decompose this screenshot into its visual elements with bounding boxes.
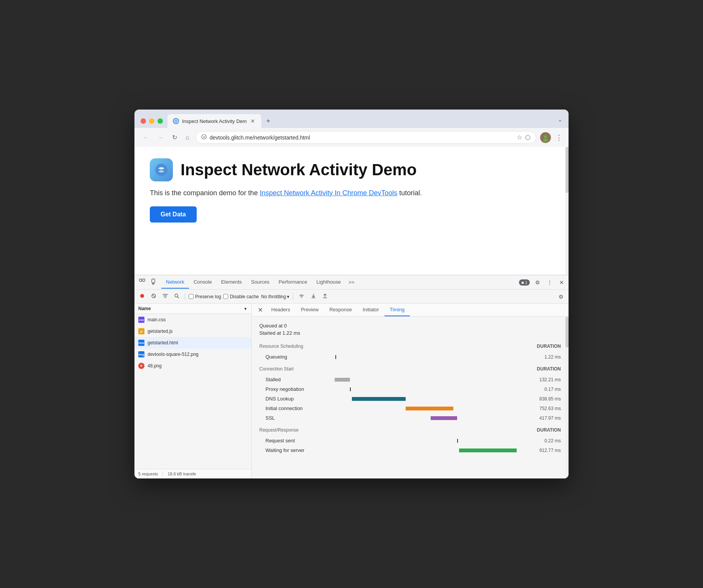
timing-row: Waiting for server 912.77 ms (259, 445, 561, 455)
home-button[interactable]: ⌂ (183, 133, 192, 143)
network-toolbar-right: ⚙ (557, 292, 565, 301)
section-duration-label: DURATION (537, 366, 561, 372)
section-header: Resource Scheduling DURATION (259, 342, 561, 350)
started-at-text: Started at 1.22 ms (259, 330, 561, 336)
section-title: Resource Scheduling (259, 344, 303, 349)
requests-count: 5 requests (138, 472, 163, 476)
tab-lighthouse[interactable]: Lighthouse (312, 276, 346, 289)
tab-sources[interactable]: Sources (247, 276, 274, 289)
timing-scrollbar[interactable] (565, 317, 569, 478)
address-bar-input[interactable]: devtools.glitch.me/network/getstarted.ht… (196, 131, 536, 144)
url-display: devtools.glitch.me/network/getstarted.ht… (210, 135, 514, 141)
preserve-log-label: Preserve log (195, 294, 221, 299)
inspect-element-button[interactable] (138, 277, 147, 287)
preserve-log-input[interactable] (189, 294, 194, 299)
extensions-icon[interactable]: ⬡ (525, 134, 531, 141)
devtools-close-button[interactable]: ✕ (558, 278, 565, 287)
network-settings-button[interactable]: ⚙ (557, 292, 565, 301)
tick-mark (350, 387, 351, 391)
devtools-link[interactable]: Inspect Network Activity In Chrome DevTo… (260, 189, 397, 197)
back-button[interactable]: ← (141, 133, 151, 143)
wifi-conditions-button[interactable] (297, 292, 307, 301)
svg-rect-9 (139, 279, 142, 281)
list-item[interactable]: js getstarted.js (134, 326, 251, 337)
tab-chevron-icon[interactable]: ⌄ (558, 116, 562, 123)
file-list-header: Name ▼ (134, 304, 251, 314)
bar-area (335, 448, 526, 453)
section-duration-label: DURATION (537, 344, 561, 349)
browser-menu-button[interactable]: ⋮ (555, 133, 562, 142)
maximize-traffic-light[interactable] (158, 118, 163, 124)
tab-close-button[interactable]: ✕ (250, 117, 256, 125)
more-tabs-button[interactable]: >> (345, 278, 357, 287)
ssl-bar (431, 416, 458, 420)
row-label: Queueing (265, 354, 335, 360)
device-toolbar-button[interactable] (149, 277, 158, 287)
row-duration: 912.77 ms (526, 448, 561, 453)
page-title: Inspect Network Activity Demo (181, 161, 417, 179)
file-name: main.css (148, 317, 166, 322)
tab-network[interactable]: Network (161, 276, 189, 289)
tab-timing[interactable]: Timing (385, 304, 410, 316)
new-tab-button[interactable]: + (263, 116, 274, 126)
close-traffic-light[interactable] (141, 118, 146, 124)
tab-initiator[interactable]: Initiator (357, 304, 385, 316)
address-bar: ← → ↻ ⌂ devtools.glitch.me/network/getst… (134, 128, 569, 147)
disable-cache-checkbox[interactable]: Disable cache (223, 294, 259, 299)
get-data-button[interactable]: Get Data (150, 206, 197, 223)
toolbar-divider (185, 293, 185, 300)
devtools-settings-button[interactable]: ⚙ (534, 278, 542, 287)
forward-button[interactable]: → (155, 133, 166, 143)
profile-avatar[interactable] (540, 132, 551, 143)
tab-title: Inspect Network Activity Dem (182, 118, 247, 124)
export-button[interactable] (320, 292, 330, 301)
tab-console[interactable]: Console (189, 276, 217, 289)
stalled-bar (335, 378, 350, 382)
svg-point-8 (155, 164, 167, 176)
timing-panel: ✕ Headers Preview Response Initiator Tim… (252, 304, 569, 478)
devtools-tabs-bar: Network Console Elements Sources Perform… (134, 275, 569, 290)
disable-cache-input[interactable] (223, 294, 228, 299)
disable-cache-label: Disable cache (230, 294, 259, 299)
timing-info: Queued at 0 Started at 1.22 ms (259, 323, 561, 336)
tab-response[interactable]: Response (324, 304, 357, 316)
subtitle-post: tutorial. (397, 189, 422, 197)
tick-mark (335, 355, 336, 359)
section-title: Request/Response (259, 427, 298, 433)
active-tab[interactable]: Inspect Network Activity Dem ✕ (167, 114, 261, 128)
list-item[interactable]: html getstarted.html (134, 337, 251, 349)
clear-button[interactable] (149, 292, 158, 301)
devtools-more-button[interactable]: ⋮ (545, 278, 554, 287)
preserve-log-checkbox[interactable]: Preserve log (189, 294, 221, 299)
html-file-icon: html (138, 340, 144, 346)
file-name: getstarted.html (148, 340, 178, 345)
traffic-lights (141, 118, 163, 124)
browser-window: Inspect Network Activity Dem ✕ + ⌄ ← → ↻… (134, 110, 569, 478)
messages-badge: ■ 1 (519, 279, 530, 286)
bookmark-icon[interactable]: ☆ (517, 134, 522, 141)
svg-point-13 (140, 294, 144, 298)
tab-performance[interactable]: Performance (274, 276, 312, 289)
timing-close-button[interactable]: ✕ (255, 304, 266, 316)
search-button[interactable] (172, 292, 181, 301)
refresh-button[interactable]: ↻ (170, 132, 179, 143)
tab-headers[interactable]: Headers (266, 304, 295, 316)
list-item[interactable]: img devtools-square-512.png (134, 349, 251, 360)
tab-preview[interactable]: Preview (295, 304, 324, 316)
list-item[interactable]: ✕ 48.png (134, 360, 251, 372)
record-button[interactable] (138, 292, 147, 301)
section-duration-label: DURATION (537, 427, 561, 433)
bar-area (335, 387, 526, 392)
throttle-select[interactable]: No throttling ▾ (261, 294, 290, 299)
list-item[interactable]: css main.css (134, 314, 251, 326)
page-scrollbar[interactable] (565, 147, 569, 275)
import-button[interactable] (309, 292, 318, 301)
svg-rect-12 (153, 283, 154, 284)
tab-elements[interactable]: Elements (216, 276, 246, 289)
svg-point-3 (202, 135, 206, 139)
minimize-traffic-light[interactable] (149, 118, 154, 124)
timing-row: DNS Lookup 838.85 ms (259, 394, 561, 404)
row-duration: 417.97 ms (526, 415, 561, 421)
filter-button[interactable] (161, 292, 170, 301)
security-icon (201, 134, 207, 141)
